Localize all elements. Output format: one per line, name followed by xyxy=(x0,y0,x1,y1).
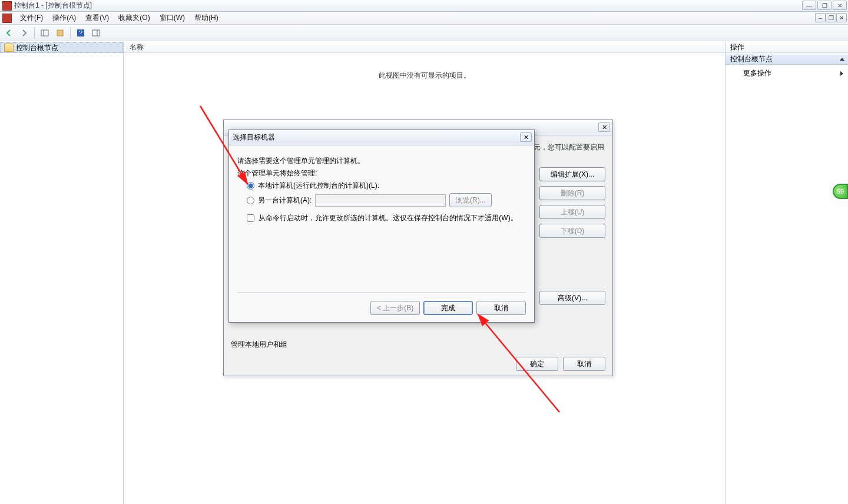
back-dialog-close-button[interactable]: ✕ xyxy=(598,122,610,132)
actions-pane-header: 操作 xyxy=(726,41,848,53)
forward-button[interactable] xyxy=(18,26,31,39)
toolbar-separator-2 xyxy=(70,27,71,39)
other-computer-input[interactable] xyxy=(315,194,446,207)
menu-action[interactable]: 操作(A) xyxy=(48,12,81,24)
browse-button[interactable]: 浏览(R)... xyxy=(449,193,492,207)
back-dialog-description: 管理本地用户和组 xyxy=(231,340,287,350)
floating-badge[interactable]: 59 xyxy=(833,184,848,199)
window-title: 控制台1 - [控制台根节点] xyxy=(14,1,92,11)
actions-section[interactable]: 控制台根节点 xyxy=(726,53,848,65)
allow-change-label: 从命令行启动时，允许更改所选的计算机。这仅在保存控制台的情况下才适用(W)。 xyxy=(259,214,517,222)
titlebar: 控制台1 - [控制台根节点] — ❐ ✕ xyxy=(0,0,848,12)
wizard-finish-button[interactable]: 完成 xyxy=(423,301,473,315)
svg-rect-2 xyxy=(57,30,63,36)
doc-app-icon xyxy=(2,14,12,23)
show-hide-tree-button[interactable] xyxy=(38,26,51,39)
actions-more[interactable]: 更多操作 xyxy=(726,65,848,82)
dialog-separator xyxy=(237,292,526,293)
tree-root-node[interactable]: 控制台根节点 xyxy=(0,42,123,53)
advanced-button[interactable]: 高级(V)... xyxy=(539,291,605,305)
radio-other-label: 另一台计算机(A): xyxy=(258,195,312,205)
remove-button[interactable]: 删除(R) xyxy=(539,186,605,200)
back-button[interactable] xyxy=(2,26,15,39)
collapse-icon xyxy=(840,58,844,61)
show-hide-action-pane-button[interactable] xyxy=(90,26,102,39)
actions-more-label: 更多操作 xyxy=(743,68,771,78)
close-button[interactable]: ✕ xyxy=(833,1,847,10)
svg-rect-0 xyxy=(41,30,48,36)
menu-help[interactable]: 帮助(H) xyxy=(190,12,223,24)
svg-text:?: ? xyxy=(79,30,82,37)
front-dialog-close-button[interactable]: ✕ xyxy=(520,132,532,142)
back-dialog-note-tail: 元，您可以配置要启用 xyxy=(534,142,604,152)
radio-local-label: 本地计算机(运行此控制台的计算机)(L): xyxy=(258,181,379,191)
empty-view-message: 此视图中没有可显示的项目。 xyxy=(124,71,725,81)
back-dialog-ok-button[interactable]: 确定 xyxy=(516,357,558,371)
toolbar: ? xyxy=(0,25,848,41)
mdi-restore-button[interactable]: ❐ xyxy=(826,13,836,22)
minimize-button[interactable]: — xyxy=(802,1,816,10)
menu-view[interactable]: 查看(V) xyxy=(81,12,114,24)
menu-file[interactable]: 文件(F) xyxy=(15,12,48,24)
radio-local-computer[interactable] xyxy=(247,182,254,190)
front-dialog-instruction: 请选择需要这个管理单元管理的计算机。 xyxy=(237,156,526,166)
export-list-button[interactable] xyxy=(54,26,67,39)
select-target-computer-dialog: 选择目标机器 ✕ 请选择需要这个管理单元管理的计算机。 这个管理单元将始终管理:… xyxy=(228,130,535,323)
column-header-name[interactable]: 名称 xyxy=(124,41,725,53)
mdi-close-button[interactable]: ✕ xyxy=(836,13,847,22)
app-icon xyxy=(2,1,12,11)
svg-rect-5 xyxy=(92,30,100,36)
menu-window[interactable]: 窗口(W) xyxy=(155,12,190,24)
wizard-cancel-button[interactable]: 取消 xyxy=(476,301,526,315)
back-dialog-cancel-button[interactable]: 取消 xyxy=(563,357,605,371)
move-up-button[interactable]: 上移(U) xyxy=(539,205,605,219)
floating-badge-value: 59 xyxy=(837,188,844,195)
tree-root-label: 控制台根节点 xyxy=(16,43,58,53)
actions-section-label: 控制台根节点 xyxy=(730,53,773,65)
submenu-arrow-icon xyxy=(840,71,843,76)
folder-icon xyxy=(4,44,14,52)
wizard-back-button[interactable]: < 上一步(B) xyxy=(370,301,420,315)
mdi-minimize-button[interactable]: – xyxy=(815,13,826,22)
edit-extensions-button[interactable]: 编辑扩展(X)... xyxy=(539,167,605,181)
menu-favorites[interactable]: 收藏夹(O) xyxy=(114,12,154,24)
move-down-button[interactable]: 下移(D) xyxy=(539,224,605,238)
front-dialog-titlebar[interactable]: 选择目标机器 ✕ xyxy=(229,130,534,145)
toolbar-separator xyxy=(34,27,35,39)
front-dialog-title: 选择目标机器 xyxy=(233,132,275,142)
menubar: 文件(F) 操作(A) 查看(V) 收藏夹(O) 窗口(W) 帮助(H) – ❐… xyxy=(0,12,848,25)
actions-pane: 操作 控制台根节点 更多操作 xyxy=(726,41,848,504)
help-button[interactable]: ? xyxy=(74,26,87,39)
radio-another-computer[interactable] xyxy=(247,197,254,204)
front-dialog-subtitle: 这个管理单元将始终管理: xyxy=(237,168,526,178)
tree-pane: 控制台根节点 xyxy=(0,41,124,504)
allow-change-checkbox[interactable] xyxy=(247,214,254,222)
maximize-button[interactable]: ❐ xyxy=(817,1,832,10)
